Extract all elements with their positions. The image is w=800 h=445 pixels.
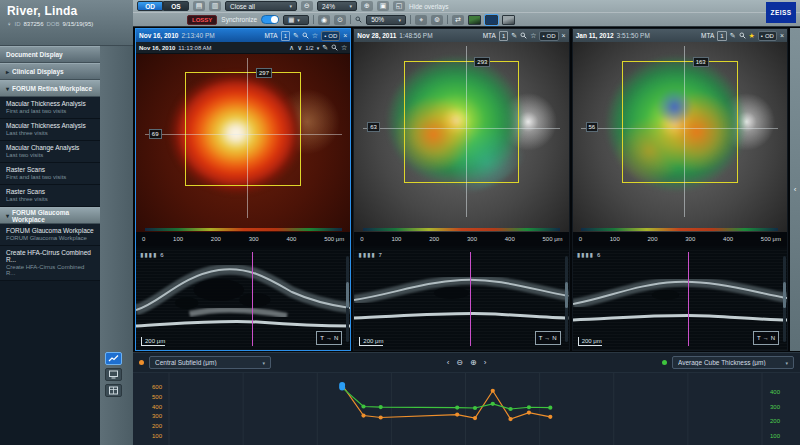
zeiss-logo: ZEISS <box>766 2 796 23</box>
sidebar-item-macular-change[interactable]: Macular Change Analysis Last two visits <box>0 141 100 163</box>
measure-tool-icon[interactable]: ⊚ <box>431 15 443 25</box>
chart-next-icon[interactable]: › <box>484 358 487 367</box>
right-series-dropdown[interactable]: Average Cube Thickness (μm) ▾ <box>672 356 794 369</box>
bscan-scrollbar[interactable] <box>346 256 349 342</box>
chevron-down-icon: ▾ <box>297 17 300 23</box>
sidebar-item-hfa-cirrus-combined[interactable]: Create HFA-Cirrus Combined R... Create H… <box>0 246 100 281</box>
star-icon[interactable]: ☆ <box>530 32 536 39</box>
cursor-hline <box>581 128 778 129</box>
page-indicator[interactable]: 1/2 <box>305 45 313 51</box>
sidebar-item-document-display[interactable]: Document Display <box>0 46 100 63</box>
os-button[interactable]: OS <box>163 1 189 11</box>
annotate-icon[interactable]: ✎ <box>322 44 328 51</box>
magnifier-icon[interactable] <box>739 32 746 39</box>
close-panel-icon[interactable]: × <box>780 32 784 39</box>
sidebar-item-glaucoma-workplace[interactable]: FORUM Glaucoma Workplace FORUM Glaucoma … <box>0 224 100 246</box>
sidebar-item-mta-last-three[interactable]: Macular Thickness Analysis Last three vi… <box>0 119 100 141</box>
fundus-thickness-map-1[interactable]: 297 69 <box>136 54 350 232</box>
compare-icon[interactable]: ⇄ <box>452 15 464 25</box>
fullscreen-icon[interactable]: ◱ <box>393 1 405 11</box>
micron-ruler: 0 100 200 300 400 500 μm <box>354 232 568 246</box>
thickness-overlay-thumbnail[interactable] <box>485 15 498 25</box>
chart-zoom-out-icon[interactable]: ⊖ <box>456 358 463 367</box>
modality-badge: MTA <box>483 32 496 39</box>
prev-scan-icon[interactable]: ∧ <box>289 44 294 51</box>
cursor-vline <box>247 58 248 218</box>
fit-view-icon[interactable]: ▣ <box>377 1 389 11</box>
star-icon[interactable]: ☆ <box>341 44 347 51</box>
magnifier-icon[interactable] <box>331 44 338 51</box>
annotate-icon[interactable]: ✎ <box>511 32 517 39</box>
slice-scrubber[interactable]: ▮▮▮▮ 6 <box>140 251 165 258</box>
window-level-icon[interactable]: ⊙ <box>334 15 346 25</box>
svg-text:300: 300 <box>770 404 781 410</box>
svg-text:400: 400 <box>152 404 163 410</box>
magnifier-icon[interactable] <box>302 32 309 39</box>
sidebar: River, Linda ♀ ID 837256 DOB 9/15/19(95)… <box>0 0 133 445</box>
chart-prev-icon[interactable]: ‹ <box>447 358 450 367</box>
oct-bscan-2[interactable]: ▮▮▮▮ 7 200 μm T → N <box>354 248 568 350</box>
exam-panel-2-header[interactable]: Nov 28, 2011 1:48:56 PM MTA 1 ✎ ☆ • OD × <box>354 29 568 42</box>
synchronize-toggle[interactable] <box>261 15 279 24</box>
sidebar-item-raster-last-three[interactable]: Raster Scans Last three visits <box>0 185 100 207</box>
sidebar-section-glaucoma-workplace[interactable]: ▾ FORUM Glaucoma Workplace <box>0 207 100 224</box>
hide-overlays-button[interactable]: Hide overlays <box>409 3 448 10</box>
bscan-scrollbar[interactable] <box>783 256 786 342</box>
exam-panel-3-header[interactable]: Jan 11, 2012 3:51:50 PM MTA 1 ✎ ★ • OD × <box>573 29 787 42</box>
fundus-thickness-map-3[interactable]: 163 56 <box>573 42 787 232</box>
star-filled-icon[interactable]: ★ <box>749 32 755 39</box>
trend-chart-area: Central Subfield (μm) ▾ ‹ ⊖ ⊕ › Average … <box>133 352 800 445</box>
exam-panel-1: Nov 16, 2010 2:13:40 PM MTA 1 ✎ ☆ • OD ×… <box>135 28 351 351</box>
zoom-in-icon[interactable]: ⊕ <box>361 1 373 11</box>
slice-number: 6 <box>160 252 164 258</box>
annotate-icon[interactable]: ✎ <box>293 32 299 39</box>
eye-chip: • OD <box>321 31 340 41</box>
report-view-button[interactable] <box>105 368 122 381</box>
scan-count-chip[interactable]: 1 <box>717 31 726 41</box>
chevron-down-icon: ▾ <box>399 17 402 23</box>
forum-retina-workplace-app: River, Linda ♀ ID 837256 DOB 9/15/19(95)… <box>0 0 800 445</box>
slice-scrubber[interactable]: ▮▮▮▮ 7 <box>358 251 383 258</box>
sidebar-section-clinical-displays[interactable]: ▸ Clinical Displays <box>0 63 100 80</box>
close-all-dropdown[interactable]: Close all ▾ <box>225 1 297 11</box>
crosshair-tool-icon[interactable]: ⌖ <box>415 15 427 25</box>
scrubber-icon: ▮▮▮▮ <box>577 251 594 258</box>
scan-count-chip[interactable]: 1 <box>499 31 508 41</box>
table-view-button[interactable] <box>105 384 122 397</box>
close-panel-icon[interactable]: × <box>343 32 347 39</box>
layout-grid-dropdown[interactable]: ▦ ▾ <box>283 15 309 25</box>
zoom-level-dropdown[interactable]: 24% ▾ <box>317 1 357 11</box>
zoom-out-icon[interactable]: ⊖ <box>301 1 313 11</box>
exam-panel-3: Jan 11, 2012 3:51:50 PM MTA 1 ✎ ★ • OD × <box>572 28 788 351</box>
oct-bscan-3[interactable]: ▮▮▮▮ 6 200 μm T → N <box>573 248 787 350</box>
exam-panel-1-header[interactable]: Nov 16, 2010 2:13:40 PM MTA 1 ✎ ☆ • OD × <box>136 29 350 42</box>
next-scan-icon[interactable]: ∨ <box>297 44 302 51</box>
export-icon[interactable]: ▥ <box>209 1 221 11</box>
close-panel-icon[interactable]: × <box>562 32 566 39</box>
sidebar-item-raster-first-last[interactable]: Raster Scans First and last two visits <box>0 163 100 185</box>
left-series-dropdown[interactable]: Central Subfield (μm) ▾ <box>149 356 271 369</box>
sidebar-section-retina-workplace[interactable]: ▾ FORUM Retina Workplace <box>0 80 100 97</box>
fundus-thickness-map-2[interactable]: 293 63 <box>354 42 568 232</box>
trend-chart-view-button[interactable] <box>105 352 122 365</box>
chart-zoom-in-icon[interactable]: ⊕ <box>470 358 477 367</box>
scan-zoom-dropdown[interactable]: 50% ▾ <box>366 15 406 25</box>
oct-bscan-1[interactable]: ▮▮▮▮ 6 200 μm T → N <box>136 248 350 350</box>
fundus-overlay-thumbnail[interactable] <box>468 15 481 25</box>
scan-count-chip[interactable]: 1 <box>281 31 290 41</box>
bscan-scrollbar[interactable] <box>565 256 568 342</box>
annotate-icon[interactable]: ✎ <box>730 32 736 39</box>
trend-chart-plot[interactable]: 600500400300200100400300200100 <box>133 373 800 445</box>
sidebar-item-mta-first-last[interactable]: Macular Thickness Analysis First and las… <box>0 97 100 119</box>
slice-scrubber[interactable]: ▮▮▮▮ 6 <box>577 251 602 258</box>
oct-fundus-thumbnail[interactable] <box>502 15 515 25</box>
svg-text:100: 100 <box>770 433 781 439</box>
print-icon[interactable]: ▤ <box>193 1 205 11</box>
star-icon[interactable]: ☆ <box>312 32 318 39</box>
collapse-right-panel-strip[interactable]: ‹ <box>790 28 800 351</box>
pan-tool-icon[interactable]: ◉ <box>318 15 330 25</box>
od-button[interactable]: OD <box>137 1 163 11</box>
magnifier-icon[interactable] <box>520 32 527 39</box>
slice-number: 7 <box>379 252 383 258</box>
right-series-color-dot <box>662 360 667 365</box>
